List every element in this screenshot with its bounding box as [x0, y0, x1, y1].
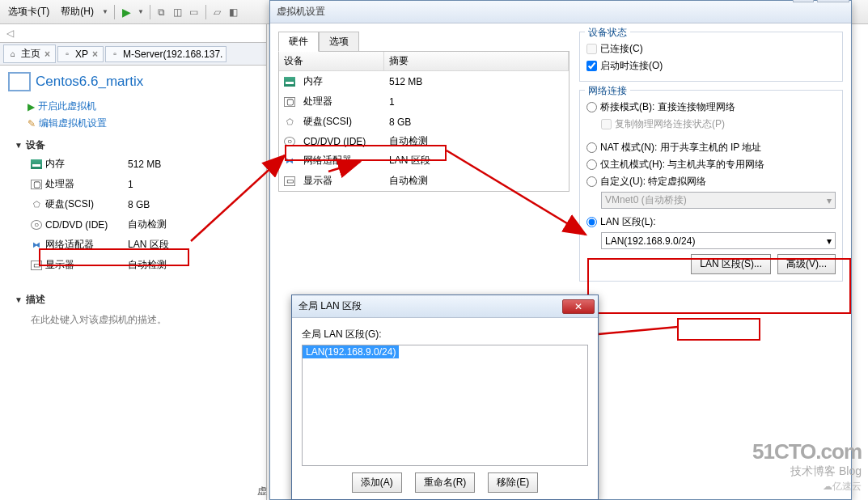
- connected-checkbox[interactable]: 已连接(C): [586, 40, 836, 57]
- chevron-down-icon: ▾: [827, 195, 832, 206]
- cpu-icon: ▢: [31, 180, 42, 189]
- list-item[interactable]: ○CD/DVD (IDE)自动检测: [279, 132, 569, 150]
- connect-on-start-checkbox[interactable]: 启动时连接(O): [586, 57, 836, 74]
- group-title: 设备状态: [585, 26, 630, 40]
- dev-net[interactable]: ⧓网络适配器: [31, 236, 128, 253]
- dev-val: 8 GB: [128, 196, 252, 213]
- list-item[interactable]: ▭显示器自动检测: [279, 171, 569, 191]
- col-summary[interactable]: 摘要: [384, 52, 569, 70]
- bridge-radio[interactable]: 桥接模式(B): 直接连接物理网络: [586, 99, 836, 116]
- left-panel: ◁ ⌂ 主页 × ▫ XP × ▫ M-Server(192.168.137. …: [0, 24, 267, 500]
- close-button[interactable]: ✕: [562, 299, 595, 314]
- cd-icon: ○: [284, 137, 295, 146]
- dev-memory[interactable]: ▬内存: [31, 155, 128, 172]
- tab-label: 主页: [21, 47, 40, 61]
- toolbar-icon-2[interactable]: ◫: [171, 5, 185, 19]
- network-icon: ⧓: [31, 240, 42, 250]
- section-label: 设备: [26, 138, 45, 152]
- dev-mon[interactable]: ▭显示器: [31, 256, 128, 273]
- close-button[interactable]: ✕: [817, 0, 849, 2]
- help-button[interactable]: ?: [793, 0, 814, 2]
- tab-xp[interactable]: ▫ XP ×: [57, 46, 104, 62]
- start-vm-link[interactable]: ▶ 开启此虚拟机: [0, 98, 266, 115]
- monitor-icon: ▭: [31, 261, 42, 270]
- dev-val: 自动检测: [128, 256, 252, 273]
- toolbar-icon-1[interactable]: ⧉: [155, 5, 169, 19]
- partial-text: 虚: [257, 485, 267, 498]
- tab-label: M-Server(192.168.137.: [123, 49, 222, 60]
- list-item[interactable]: ▬内存512 MB: [279, 71, 569, 91]
- toolbar-icon-4[interactable]: ▱: [210, 5, 225, 19]
- dev-val: LAN 区段: [128, 236, 252, 253]
- home-icon: ⌂: [7, 49, 19, 59]
- chevron-down-icon[interactable]: ▼: [100, 8, 110, 15]
- chevron-down-icon: ▼: [15, 141, 23, 150]
- memory-icon: ▬: [284, 77, 295, 87]
- disk-icon: ⬠: [31, 200, 42, 210]
- lan-list-label: 全局 LAN 区段(G):: [302, 328, 588, 341]
- cpu-icon: ▢: [284, 97, 295, 107]
- chevron-down-icon[interactable]: ▼: [136, 8, 146, 15]
- dialog-title: 全局 LAN 区段: [299, 299, 362, 313]
- dev-cpu[interactable]: ▢处理器: [31, 176, 128, 193]
- copy-state-checkbox: 复制物理网络连接状态(P): [586, 116, 836, 133]
- edit-vm-link[interactable]: ✎ 编辑虚拟机设置: [0, 115, 266, 132]
- remove-button[interactable]: 移除(E): [488, 472, 538, 493]
- help-menu[interactable]: 帮助(H): [56, 2, 99, 21]
- hostonly-radio[interactable]: 仅主机模式(H): 与主机共享的专用网络: [586, 156, 836, 173]
- back-icon[interactable]: ◁: [2, 28, 19, 39]
- dev-disk[interactable]: ⬠硬盘(SCSI): [31, 196, 128, 213]
- link-label: 编辑虚拟机设置: [39, 117, 107, 130]
- tab-mserver[interactable]: ▫ M-Server(192.168.137.: [105, 46, 227, 62]
- link-label: 开启此虚拟机: [38, 100, 96, 113]
- vm-icon: ▫: [61, 49, 73, 59]
- lan-segment-button[interactable]: LAN 区段(S)...: [691, 254, 771, 274]
- devices-header[interactable]: ▼ 设备: [0, 132, 266, 155]
- tab-home[interactable]: ⌂ 主页 ×: [3, 44, 56, 63]
- play-icon[interactable]: ▶: [119, 6, 134, 19]
- close-icon[interactable]: ×: [91, 49, 100, 60]
- toolbar-icon-3[interactable]: ▭: [187, 5, 201, 19]
- disk-icon: ⬠: [284, 117, 295, 127]
- toolbar-icon-5[interactable]: ◧: [227, 5, 241, 19]
- close-icon[interactable]: ×: [43, 49, 52, 60]
- network-connection-group: 网络连接 桥接模式(B): 直接连接物理网络 复制物理网络连接状态(P) NAT…: [579, 90, 843, 282]
- monitor-icon: ▭: [284, 176, 295, 186]
- tab-label: XP: [75, 49, 88, 60]
- network-icon: ⧓: [284, 156, 295, 166]
- dialog-title: 虚拟机设置: [277, 5, 325, 19]
- device-state-group: 设备状态 已连接(C) 启动时连接(O): [579, 32, 843, 82]
- list-item[interactable]: ⧓网络适配器LAN 区段: [279, 150, 569, 171]
- description-header[interactable]: ▼ 描述: [0, 286, 266, 310]
- col-device[interactable]: 设备: [279, 52, 384, 70]
- tab-strip: ⌂ 主页 × ▫ XP × ▫ M-Server(192.168.137.: [0, 43, 266, 66]
- lan-list[interactable]: LAN(192.168.9.0/24): [302, 345, 588, 466]
- device-list: 设备 摘要 ▬内存512 MB ▢处理器1 ⬠硬盘(SCSI)8 GB ○CD/…: [278, 52, 569, 192]
- lan-combo[interactable]: LAN(192.168.9.0/24)▾: [601, 232, 836, 249]
- description-text[interactable]: 在此处键入对该虚拟机的描述。: [0, 310, 266, 327]
- tab-options[interactable]: 选项: [319, 32, 359, 51]
- custom-radio[interactable]: 自定义(U): 特定虚拟网络: [586, 173, 836, 190]
- vm-icon: ▫: [109, 49, 121, 59]
- watermark: 51CTO.com 技术博客 Blog ☁亿速云: [752, 439, 862, 494]
- section-label: 描述: [26, 293, 45, 307]
- advanced-button[interactable]: 高级(V)...: [777, 254, 836, 274]
- tab-hardware[interactable]: 硬件: [278, 32, 319, 52]
- dev-val: 512 MB: [128, 155, 252, 172]
- memory-icon: ▬: [31, 159, 42, 169]
- lan-segment-radio[interactable]: LAN 区段(L):: [586, 214, 836, 231]
- list-item-selected[interactable]: LAN(192.168.9.0/24): [303, 345, 399, 358]
- nat-radio[interactable]: NAT 模式(N): 用于共享主机的 IP 地址: [586, 139, 836, 156]
- chevron-down-icon: ▾: [827, 235, 832, 247]
- vmnet-combo: VMnet0 (自动桥接)▾: [601, 192, 836, 209]
- tabs-menu[interactable]: 选项卡(T): [3, 2, 54, 21]
- global-lan-dialog: 全局 LAN 区段 ✕ 全局 LAN 区段(G): LAN(192.168.9.…: [291, 294, 599, 500]
- cd-icon: ○: [31, 220, 42, 230]
- play-icon: ▶: [28, 101, 35, 112]
- rename-button[interactable]: 重命名(R): [415, 472, 476, 493]
- list-item[interactable]: ▢处理器1: [279, 91, 569, 112]
- list-item[interactable]: ⬠硬盘(SCSI)8 GB: [279, 112, 569, 132]
- add-button[interactable]: 添加(A): [352, 472, 402, 493]
- dev-cd[interactable]: ○CD/DVD (IDE): [31, 216, 128, 233]
- vm-box-icon: [8, 72, 31, 91]
